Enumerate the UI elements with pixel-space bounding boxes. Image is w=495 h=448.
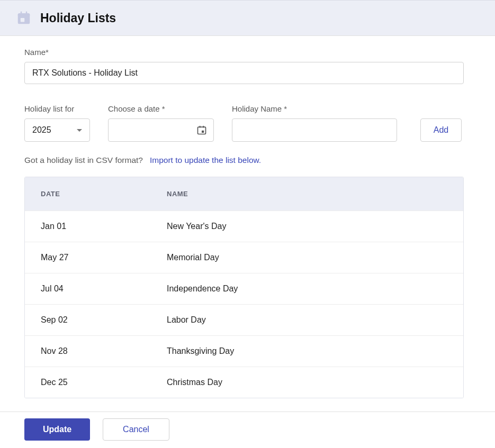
table-row: May 27Memorial Day [25, 242, 463, 273]
name-input[interactable] [24, 62, 464, 84]
holiday-table: DATE NAME Jan 01New Year's DayMay 27Memo… [24, 177, 464, 398]
table-cell-date: Dec 25 [41, 378, 167, 387]
chevron-down-icon [77, 129, 82, 132]
add-holiday-row: Holiday list for 2025 Choose a date * Ho… [24, 104, 471, 142]
date-label: Choose a date * [108, 104, 214, 113]
add-button[interactable]: Add [420, 118, 462, 142]
table-cell-date: May 27 [41, 253, 167, 262]
import-line: Got a holiday list in CSV format? Import… [24, 156, 471, 165]
svg-rect-7 [203, 126, 204, 128]
table-cell-date: Sep 02 [41, 315, 167, 325]
svg-rect-1 [18, 13, 30, 16]
update-button[interactable]: Update [24, 418, 90, 441]
year-select-value: 2025 [32, 125, 51, 135]
date-input[interactable] [108, 118, 214, 142]
table-cell-date: Jul 04 [41, 284, 167, 294]
table-header-name: NAME [167, 190, 447, 198]
cancel-button[interactable]: Cancel [103, 418, 169, 441]
table-cell-date: Jan 01 [41, 222, 167, 231]
holiday-name-input[interactable] [232, 118, 397, 142]
table-cell-name: Memorial Day [167, 253, 447, 262]
svg-rect-2 [21, 12, 22, 15]
calendar-picker-icon [196, 125, 207, 135]
table-cell-name: New Year's Day [167, 222, 447, 231]
table-row: Nov 28Thanksgiving Day [25, 335, 463, 367]
page-title: Holiday Lists [40, 11, 116, 25]
table-header: DATE NAME [25, 177, 463, 211]
table-cell-name: Christmas Day [167, 378, 447, 387]
table-row: Jan 01New Year's Day [25, 211, 463, 242]
table-cell-name: Thanksgiving Day [167, 346, 447, 356]
import-link[interactable]: Import to update the list below. [150, 156, 261, 164]
table-header-date: DATE [41, 190, 167, 198]
footer-actions: Update Cancel [0, 412, 495, 448]
table-row: Jul 04Independence Day [25, 273, 463, 304]
table-row: Dec 25Christmas Day [25, 367, 463, 398]
year-label: Holiday list for [24, 104, 90, 113]
svg-rect-3 [26, 12, 28, 15]
svg-rect-8 [202, 131, 204, 133]
svg-rect-4 [21, 18, 25, 22]
table-cell-name: Labor Day [167, 315, 447, 325]
table-cell-name: Independence Day [167, 284, 447, 294]
table-row: Sep 02Labor Day [25, 304, 463, 335]
table-cell-date: Nov 28 [41, 346, 167, 356]
svg-rect-5 [198, 127, 206, 134]
svg-rect-6 [200, 126, 201, 128]
name-label: Name* [24, 48, 471, 57]
holiday-name-label: Holiday Name * [232, 104, 397, 113]
content-area: Name* Holiday list for 2025 Choose a dat… [0, 36, 495, 398]
year-select[interactable]: 2025 [24, 118, 90, 142]
calendar-icon [16, 10, 32, 26]
page-header: Holiday Lists [0, 0, 495, 36]
import-prompt: Got a holiday list in CSV format? [24, 156, 143, 164]
